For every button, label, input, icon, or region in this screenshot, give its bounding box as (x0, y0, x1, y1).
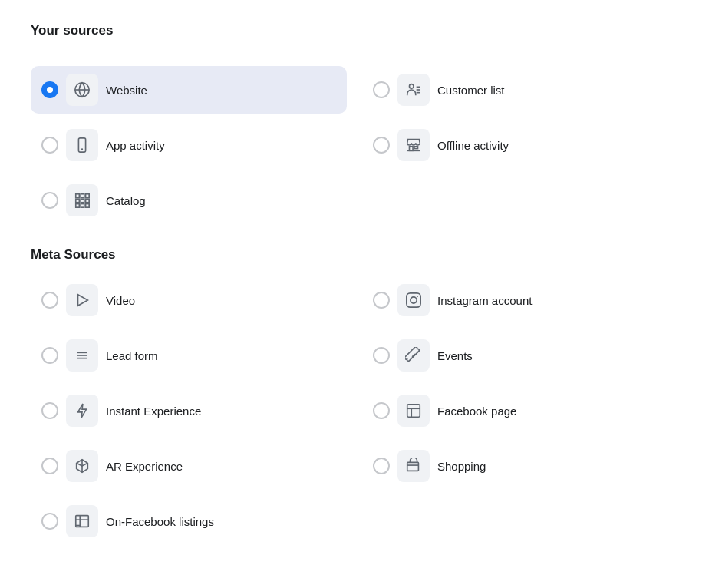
play-icon (66, 284, 98, 316)
ar-experience-label: AR Experience (106, 460, 183, 473)
your-sources-grid: Website Customer list (31, 66, 678, 224)
svg-line-32 (77, 463, 82, 466)
ar-icon (66, 450, 98, 482)
svg-marker-20 (78, 295, 88, 306)
list-lines-icon (66, 339, 98, 372)
website-label: Website (106, 84, 147, 97)
instagram-icon (397, 284, 430, 316)
on-facebook-listings-label: On-Facebook listings (106, 515, 214, 528)
radio-video[interactable] (41, 292, 58, 309)
svg-rect-13 (86, 194, 90, 198)
svg-rect-12 (81, 194, 84, 198)
ticket-icon (397, 339, 430, 372)
svg-rect-16 (86, 199, 90, 203)
svg-rect-8 (410, 147, 414, 151)
option-lead-form[interactable]: Lead form (31, 332, 347, 379)
bolt-icon (66, 395, 98, 427)
your-sources-title: Your sources (31, 23, 678, 38)
events-label: Events (437, 349, 473, 362)
fb-page-icon (397, 395, 430, 427)
facebook-page-label: Facebook page (437, 405, 516, 418)
svg-rect-9 (414, 147, 418, 149)
svg-point-2 (410, 84, 414, 89)
svg-rect-11 (76, 194, 80, 198)
radio-customer-list[interactable] (373, 81, 390, 98)
mobile-icon (66, 129, 98, 161)
svg-rect-15 (81, 199, 84, 203)
cart-icon (397, 450, 430, 482)
radio-website[interactable] (41, 81, 58, 98)
svg-rect-17 (76, 204, 80, 208)
meta-sources-section: Meta Sources Video Instagram account (31, 247, 678, 545)
radio-shopping[interactable] (373, 458, 390, 474)
your-sources-section: Your sources Website (31, 23, 678, 224)
video-label: Video (106, 294, 135, 307)
svg-rect-19 (86, 204, 90, 208)
radio-instagram-account[interactable] (373, 292, 390, 309)
svg-rect-18 (81, 204, 84, 208)
option-instant-experience[interactable]: Instant Experience (31, 387, 347, 434)
svg-point-22 (411, 297, 417, 303)
instant-experience-label: Instant Experience (106, 405, 201, 418)
radio-ar-experience[interactable] (41, 458, 58, 474)
listings-icon (66, 505, 98, 537)
radio-instant-experience[interactable] (41, 402, 58, 419)
option-facebook-page[interactable]: Facebook page (362, 387, 678, 434)
option-customer-list[interactable]: Customer list (362, 66, 678, 114)
option-video[interactable]: Video (31, 276, 347, 324)
svg-point-23 (417, 296, 418, 297)
radio-lead-form[interactable] (41, 347, 58, 364)
option-ar-experience[interactable]: AR Experience (31, 442, 347, 490)
option-app-activity[interactable]: App activity (31, 121, 347, 169)
radio-catalog[interactable] (41, 192, 58, 209)
lead-form-label: Lead form (106, 349, 158, 362)
option-instagram-account[interactable]: Instagram account (362, 276, 678, 324)
instagram-account-label: Instagram account (437, 294, 532, 307)
meta-sources-title: Meta Sources (31, 247, 678, 263)
radio-offline-activity[interactable] (373, 137, 390, 154)
svg-rect-21 (407, 293, 420, 307)
option-catalog[interactable]: Catalog (31, 177, 347, 224)
option-offline-activity[interactable]: Offline activity (362, 121, 678, 169)
radio-app-activity[interactable] (41, 137, 58, 154)
customer-list-label: Customer list (437, 84, 505, 97)
catalog-label: Catalog (106, 194, 146, 207)
grid-icon (66, 184, 98, 216)
svg-rect-28 (407, 405, 420, 418)
person-list-icon (397, 74, 430, 106)
option-website[interactable]: Website (31, 66, 347, 114)
option-shopping[interactable]: Shopping (362, 442, 678, 490)
app-activity-label: App activity (106, 139, 165, 152)
shopping-label: Shopping (437, 460, 486, 473)
radio-on-facebook-listings[interactable] (41, 513, 58, 530)
option-events[interactable]: Events (362, 332, 678, 379)
globe-icon (66, 74, 98, 106)
svg-rect-14 (76, 199, 80, 203)
offline-activity-label: Offline activity (437, 139, 509, 152)
radio-facebook-page[interactable] (373, 402, 390, 419)
radio-events[interactable] (373, 347, 390, 364)
option-on-facebook-listings[interactable]: On-Facebook listings (31, 497, 347, 545)
store-icon (397, 129, 430, 161)
svg-rect-34 (407, 462, 419, 471)
meta-sources-grid: Video Instagram account (31, 276, 678, 545)
